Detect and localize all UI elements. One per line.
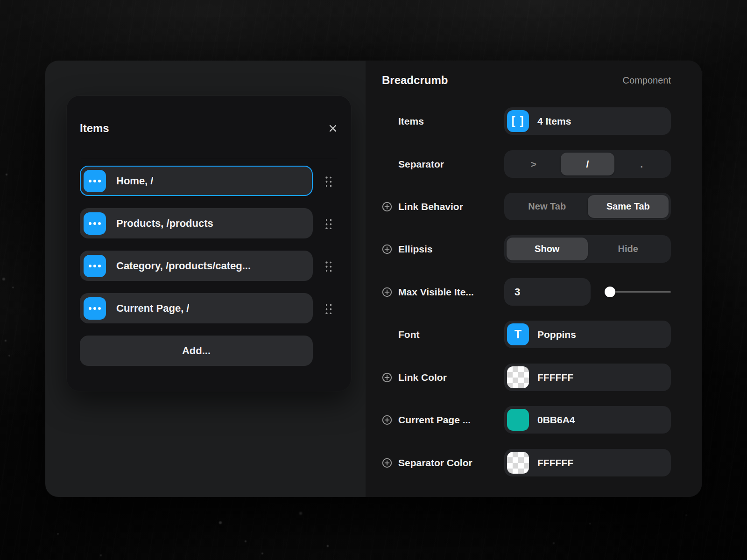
properties-panel: Breadcrumb Component Items [ ] 4 Items S… <box>366 61 702 497</box>
separator-color-control: FFFFFF <box>504 449 671 476</box>
close-icon <box>328 124 338 133</box>
separator-color-value: FFFFFF <box>537 457 573 469</box>
add-item-label: Add... <box>182 345 211 357</box>
ellipsis-segmented-control: Show Hide <box>504 235 671 263</box>
plus-circle-icon[interactable] <box>382 458 392 468</box>
link-color-picker-button[interactable]: FFFFFF <box>504 364 671 391</box>
font-type-icon: T <box>507 323 529 345</box>
current-page-color-control: 0BB6A4 <box>504 406 671 434</box>
items-count-value: 4 Items <box>537 116 571 127</box>
plus-circle-icon[interactable] <box>382 287 392 297</box>
item-row-products[interactable]: Products, /products <box>80 208 313 238</box>
item-label: Home, / <box>116 175 153 187</box>
item-row-current-page[interactable]: Current Page, / <box>80 293 313 323</box>
list-item-line: Products, /products <box>80 208 351 238</box>
font-picker-button[interactable]: T Poppins <box>504 321 671 348</box>
max-visible-control: 3 <box>504 278 671 306</box>
drag-dots-icon <box>324 218 331 229</box>
drag-dots-icon <box>324 175 331 187</box>
item-label: Products, /products <box>116 217 213 230</box>
prop-label-font: Font <box>382 321 419 348</box>
drag-handle[interactable] <box>315 303 341 314</box>
drag-handle[interactable] <box>315 218 341 229</box>
component-title: Breadcrumb <box>382 74 448 87</box>
separator-control: > / . <box>504 150 671 178</box>
ellipsis-menu-icon[interactable] <box>84 297 106 320</box>
prop-row-link-color: Link Color FFFFFF <box>366 364 702 391</box>
prop-row-max-visible: Max Visible Ite... 3 <box>366 278 702 306</box>
add-item-button[interactable]: Add... <box>80 336 313 366</box>
prop-row-separator-color: Separator Color FFFFFF <box>366 449 702 476</box>
prop-label-items: Items <box>382 107 424 135</box>
link-behavior-control: New Tab Same Tab <box>504 193 671 220</box>
prop-row-link-behavior: Link Behavior New Tab Same Tab <box>366 193 702 220</box>
link-behavior-segmented-control: New Tab Same Tab <box>504 193 671 220</box>
link-color-swatch[interactable] <box>507 366 529 388</box>
prop-label-separator: Separator <box>382 150 444 178</box>
plus-circle-icon[interactable] <box>382 372 392 383</box>
font-control: T Poppins <box>504 321 671 348</box>
link-color-value: FFFFFF <box>537 372 573 383</box>
component-editor-window: Items Home, / Produc <box>45 61 702 497</box>
max-visible-number-input[interactable]: 3 <box>504 278 591 306</box>
popover-divider <box>81 158 338 158</box>
item-row-home[interactable]: Home, / <box>80 166 313 196</box>
drag-handle[interactable] <box>315 260 341 272</box>
prop-label-link-behavior: Link Behavior <box>382 193 463 220</box>
separator-option-dot[interactable]: . <box>614 153 669 175</box>
plus-circle-icon[interactable] <box>382 415 392 425</box>
ellipsis-menu-icon[interactable] <box>84 212 106 235</box>
prop-row-separator: Separator > / . <box>366 150 702 178</box>
ellipsis-option-hide[interactable]: Hide <box>588 238 669 260</box>
item-label: Category, /products/categ... <box>116 260 251 272</box>
prop-label-link-color: Link Color <box>382 364 447 391</box>
items-list: Home, / Products, /products Catego <box>80 166 351 378</box>
current-page-color-value: 0BB6A4 <box>537 414 575 426</box>
prop-label-current-page-color: Current Page ... <box>382 406 471 434</box>
array-brackets-icon: [ ] <box>507 110 529 132</box>
prop-row-current-page-color: Current Page ... 0BB6A4 <box>366 406 702 434</box>
ellipsis-option-show[interactable]: Show <box>507 238 588 260</box>
items-control: [ ] 4 Items <box>504 107 671 135</box>
link-behavior-option-new-tab[interactable]: New Tab <box>507 195 588 218</box>
prop-label-separator-color: Separator Color <box>382 449 472 476</box>
plus-circle-icon[interactable] <box>382 244 392 254</box>
ellipsis-menu-icon[interactable] <box>84 170 106 192</box>
slider-thumb[interactable] <box>605 287 615 297</box>
current-page-color-swatch[interactable] <box>507 409 529 431</box>
prop-label-ellipsis: Ellipsis <box>382 235 433 263</box>
component-type-badge: Component <box>623 75 671 86</box>
link-color-control: FFFFFF <box>504 364 671 391</box>
list-item-line: Add... <box>80 336 351 366</box>
separator-color-swatch[interactable] <box>507 452 529 474</box>
prop-row-font: Font T Poppins <box>366 321 702 348</box>
max-visible-value: 3 <box>514 286 520 298</box>
close-button[interactable] <box>326 121 340 135</box>
prop-row-ellipsis: Ellipsis Show Hide <box>366 235 702 263</box>
max-visible-slider[interactable] <box>602 278 671 306</box>
list-item-line: Current Page, / <box>80 293 351 323</box>
current-page-color-picker-button[interactable]: 0BB6A4 <box>504 406 671 434</box>
prop-row-items: Items [ ] 4 Items <box>366 107 702 135</box>
item-row-category[interactable]: Category, /products/categ... <box>80 251 313 281</box>
item-label: Current Page, / <box>116 302 189 315</box>
ellipsis-menu-icon[interactable] <box>84 255 106 277</box>
items-popover-title: Items <box>80 122 109 135</box>
plus-circle-icon[interactable] <box>382 202 392 212</box>
drag-dots-icon <box>324 303 331 314</box>
separator-option-gt[interactable]: > <box>507 153 561 175</box>
list-item-line: Category, /products/categ... <box>80 251 351 281</box>
font-name-value: Poppins <box>537 329 576 340</box>
separator-color-picker-button[interactable]: FFFFFF <box>504 449 671 476</box>
list-item-line: Home, / <box>80 166 351 196</box>
items-array-button[interactable]: [ ] 4 Items <box>504 107 671 135</box>
link-behavior-option-same-tab[interactable]: Same Tab <box>588 195 669 218</box>
properties-header: Breadcrumb Component <box>382 71 671 90</box>
drag-dots-icon <box>324 260 331 272</box>
slider-track <box>610 291 671 293</box>
items-popover: Items Home, / Produc <box>67 96 351 391</box>
items-popover-header: Items <box>80 119 340 138</box>
prop-label-max-visible: Max Visible Ite... <box>382 278 474 306</box>
drag-handle[interactable] <box>315 175 341 187</box>
separator-option-slash[interactable]: / <box>561 153 615 175</box>
